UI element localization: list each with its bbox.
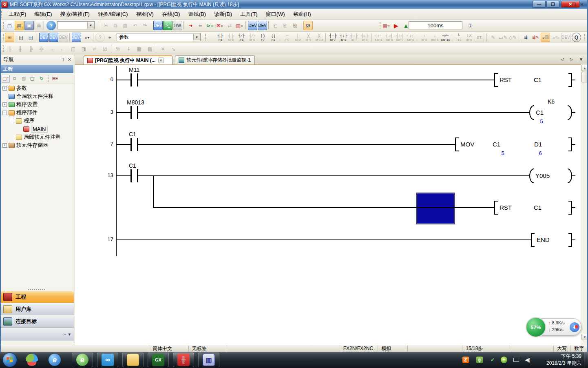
- write-to-plc-icon[interactable]: ➜: [186, 21, 195, 30]
- ladder-falling-pulse-button[interactable]: ┤↓├sF8: [338, 33, 349, 42]
- device-batch-icon[interactable]: DEV: [258, 21, 267, 30]
- taskbar-clock[interactable]: 下午 5:39 2018/2/3 星期六: [533, 353, 581, 367]
- menu-diagnostics[interactable]: 诊断(D): [210, 9, 236, 19]
- watch1-icon[interactable]: ⇶: [521, 33, 531, 42]
- tree-item-program-setting[interactable]: + 程序设置: [0, 100, 74, 109]
- device-find-icon[interactable]: DEV: [153, 21, 163, 30]
- mdi-restore-button[interactable]: ❐: [570, 2, 577, 7]
- nav-more-button[interactable]: » ▾: [0, 328, 74, 341]
- selection-cursor[interactable]: [417, 193, 454, 224]
- help-icon[interactable]: ?: [46, 21, 56, 30]
- collapse-icon[interactable]: -: [10, 119, 14, 123]
- module-config-icon[interactable]: ▤: [16, 33, 26, 42]
- tree-item-device-memory[interactable]: + 软元件存储器: [0, 141, 74, 149]
- tray-360-icon[interactable]: +: [500, 356, 508, 364]
- menu-project[interactable]: 工程(P): [4, 9, 30, 19]
- ladder-closed-contact-button[interactable]: ┤∕├F6: [237, 33, 247, 42]
- mdi-minimize-button[interactable]: ▁: [562, 2, 569, 7]
- nav-button-user-library[interactable]: 用户库: [0, 303, 74, 315]
- device-memory-icon[interactable]: DEV: [49, 33, 58, 42]
- menu-help[interactable]: 帮助(H): [289, 9, 315, 19]
- mdi-close-button[interactable]: ✕: [578, 2, 586, 7]
- monitor-start-icon[interactable]: ⊳⌕: [206, 21, 215, 30]
- pc-monitor-selected-icon[interactable]: 🖳: [303, 21, 313, 30]
- file-select-combobox[interactable]: ▼: [57, 21, 95, 29]
- plc-diagnostics-icon[interactable]: ▥⌕: [235, 21, 244, 30]
- expand-icon[interactable]: +: [2, 143, 7, 148]
- menu-window[interactable]: 窗口(W): [262, 9, 289, 19]
- tree-item-pou[interactable]: - 程序部件: [0, 109, 74, 117]
- file-explorer-taskbar-icon[interactable]: [122, 352, 144, 367]
- restore-button[interactable]: ❐: [546, 1, 559, 8]
- memory-ball[interactable]: 57%: [526, 317, 546, 337]
- collapse-icon[interactable]: -: [2, 111, 7, 115]
- find-binoculars-icon[interactable]: ⌖: [105, 33, 115, 42]
- ladder-editor-canvas[interactable]: 0 M11 RST C1 3 M8013 C1 K6 5 7 C1 MOV C1: [75, 64, 581, 345]
- new-project-icon[interactable]: ▢: [5, 21, 14, 30]
- tree-item-global-comment[interactable]: 全局软元件注释: [0, 92, 74, 100]
- pin-icon[interactable]: ⊤: [61, 57, 65, 62]
- ladder-open-contact-button[interactable]: ┤├F5: [215, 33, 225, 42]
- ladder-coil-button[interactable]: ( )F7: [258, 33, 268, 42]
- speed-browser-taskbar-icon[interactable]: e: [72, 352, 93, 367]
- view-mode-combobox[interactable]: 参数 ▼: [117, 33, 201, 41]
- menu-online[interactable]: 在线(O): [158, 9, 184, 19]
- tab-close-icon[interactable]: ×: [158, 58, 164, 63]
- minimize-button[interactable]: —: [533, 1, 546, 8]
- tab-main-program[interactable]: [PRG]监视 执行中 MAIN (... ×: [84, 55, 172, 64]
- device-display-mode-icon[interactable]: DEV▾: [72, 33, 81, 42]
- tray-volume-icon[interactable]: ◀): [524, 356, 532, 364]
- ladder-result-invert-button[interactable]: ─∕─caF10: [440, 33, 451, 42]
- ie-browser-taskbar-icon[interactable]: e: [46, 352, 64, 367]
- menu-edit[interactable]: 编辑(E): [30, 9, 56, 19]
- 360-safe-taskbar-icon[interactable]: [23, 352, 41, 367]
- menu-find-replace[interactable]: 搜索/替换(F): [56, 9, 94, 19]
- tree-item-program[interactable]: - 程序: [0, 117, 74, 125]
- device-comment-icon[interactable]: DEV: [39, 33, 49, 42]
- tree-item-main[interactable]: MAIN: [0, 125, 74, 133]
- ladder-logic-test-icon[interactable]: ▦⌁: [382, 21, 391, 30]
- chevron-down-icon[interactable]: ▼: [87, 22, 94, 29]
- list-view-icon[interactable]: ▤: [26, 33, 35, 42]
- tree-item-local-comment[interactable]: 局部软元件注释: [0, 133, 74, 141]
- watch2-icon[interactable]: ⇶✎: [531, 33, 540, 42]
- panel-close-icon[interactable]: ✕: [68, 57, 71, 62]
- tray-usb-icon[interactable]: ψ: [475, 356, 484, 364]
- menu-convert-compile[interactable]: 转换/编译(C): [94, 9, 132, 19]
- show-desktop-button[interactable]: [584, 352, 588, 368]
- property-icon[interactable]: ▢ⁱ: [29, 75, 37, 83]
- device-display-icon[interactable]: DEV: [248, 21, 257, 30]
- expand-icon[interactable]: +: [2, 102, 7, 107]
- splitter-handle[interactable]: ▪▪▪▪▪▪▪▪▪: [0, 288, 74, 291]
- tray-network-icon[interactable]: [512, 356, 520, 364]
- gx-developer-taskbar-icon[interactable]: GX: [148, 352, 169, 367]
- device-test-icon[interactable]: >_: [163, 21, 172, 30]
- tab-scroll-arrows[interactable]: ◁ ▷ ▼: [561, 57, 586, 62]
- tray-z-icon[interactable]: Z: [462, 356, 470, 364]
- param-write-icon[interactable]: ⚿: [466, 21, 475, 30]
- navigation-window-selected-icon[interactable]: ⊞: [5, 33, 14, 42]
- new-item-icon[interactable]: ▢⁺: [2, 75, 10, 83]
- menu-view[interactable]: 视图(V): [132, 9, 158, 19]
- simulation-start-icon[interactable]: ▶: [391, 21, 401, 30]
- open-project-icon[interactable]: ▤: [15, 21, 24, 30]
- device-search-icon[interactable]: ⌕▾: [82, 33, 92, 42]
- ladder-rising-pulse-button[interactable]: ┤↑├sF7: [328, 33, 338, 42]
- expand-icon[interactable]: +: [2, 86, 7, 91]
- refresh-icon[interactable]: ↻: [38, 75, 46, 83]
- jump-list-icon[interactable]: ⎘: [290, 21, 300, 30]
- gx-works2-taskbar-icon[interactable]: ╫: [173, 352, 194, 367]
- accelerate-button[interactable]: +: [570, 322, 579, 332]
- tray-usb-eject-icon[interactable]: ✔: [489, 356, 497, 364]
- nav-button-connection[interactable]: 连接目标: [0, 315, 74, 328]
- menu-debug[interactable]: 调试(B): [184, 9, 210, 19]
- menu-tools[interactable]: 工具(T): [236, 9, 262, 19]
- simulator-taskbar-icon[interactable]: ▥: [198, 352, 219, 367]
- monitor-mode-selected-icon[interactable]: ⌕▥: [541, 33, 550, 42]
- chevron-down-icon[interactable]: ▼: [193, 34, 200, 40]
- nav-button-project[interactable]: 工程: [0, 291, 74, 303]
- ladder-instruction-button[interactable]: [ ]F8: [268, 33, 279, 42]
- device-io-icon[interactable]: HW: [173, 21, 182, 30]
- monitor-stop-icon[interactable]: ⊠⌕: [215, 21, 225, 30]
- tab-device-batch-monitor[interactable]: 软元件/缓冲存储器批量监视-1: [175, 55, 255, 64]
